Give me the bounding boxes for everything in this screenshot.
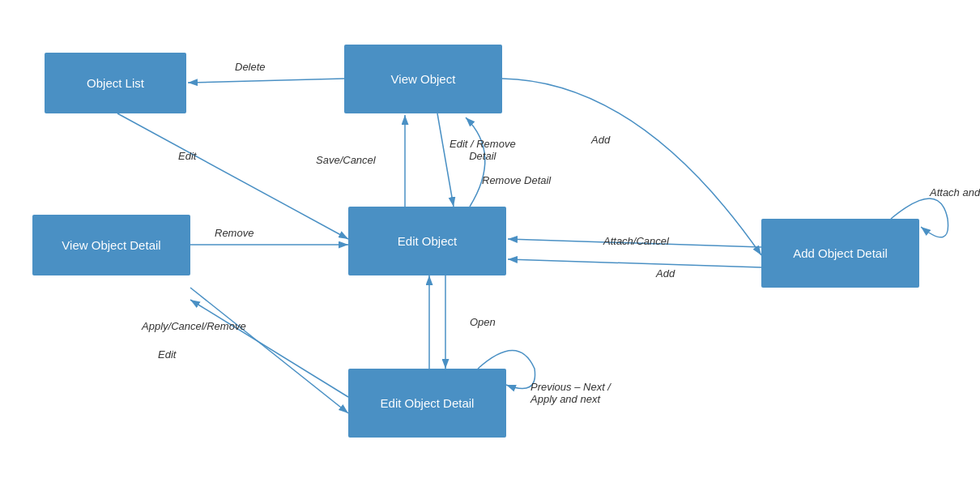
label-apply-cancel-remove: Apply/Cancel/Remove (142, 320, 246, 332)
label-remove: Remove (215, 227, 254, 239)
label-add1: Add (591, 134, 610, 146)
node-edit-object-detail: Edit Object Detail (348, 369, 506, 438)
label-edit2: Edit (158, 348, 176, 361)
label-delete: Delete (235, 61, 266, 73)
label-open: Open (470, 316, 496, 328)
label-attach-cancel: Attach/Cancel (603, 235, 669, 247)
node-object-list: Object List (45, 53, 186, 113)
node-edit-object: Edit Object (348, 207, 506, 275)
diagram-container: Object List View Object View Object Deta… (0, 0, 980, 491)
label-remove-detail: Remove Detail (482, 174, 551, 186)
label-save-cancel: Save/Cancel (316, 154, 376, 166)
label-previous-next: Previous – Next / Apply and next (530, 369, 611, 405)
label-attach-and-next: Attach and next (930, 186, 980, 199)
node-view-object: View Object (344, 45, 502, 113)
node-view-object-detail: View Object Detail (32, 215, 190, 275)
node-add-object-detail: Add Object Detail (761, 219, 919, 288)
label-edit-remove-detail: Edit / Remove Detail (450, 126, 516, 162)
label-add2: Add (656, 267, 675, 280)
label-edit1: Edit (178, 150, 196, 162)
